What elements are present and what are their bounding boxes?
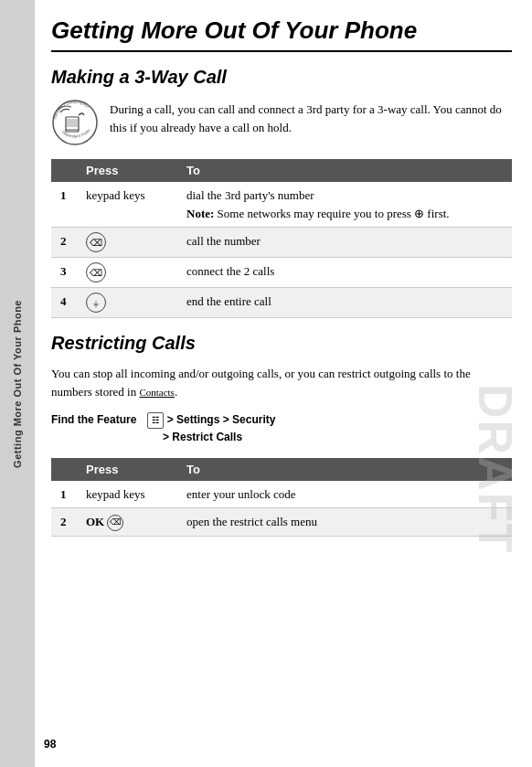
col-header-to: To [177,159,512,182]
col-header-step2 [51,458,77,481]
find-feature-path-line2: > Restrict Calls [147,431,242,443]
table-row: 1 keypad keys enter your unlock code [51,481,512,508]
section2-table: Press To 1 keypad keys enter your unlock… [51,458,512,538]
find-feature-path-line1: > Settings > Security [167,413,276,426]
to-cell: open the restrict calls menu [177,508,512,537]
main-title: Getting More Out Of Your Phone [51,16,512,45]
find-feature-path: ☷ > Settings > Security > Restrict Calls [147,411,275,446]
table-row: 3 ⌫ connect the 2 calls [51,258,512,288]
network-subscription-icon: Network / Subscription Dependent Feature [51,99,99,146]
sidebar: Getting More Out Of Your Phone [0,0,35,767]
step-num: 1 [51,481,77,508]
col-header-step [51,159,77,182]
to-cell: connect the 2 calls [177,258,512,288]
to-cell: call the number [177,228,512,258]
section-restricting-calls: Restricting Calls You can stop all incom… [51,333,512,537]
table-row: 2 ⌫ call the number [51,228,512,258]
press-cell: keypad keys [77,182,177,228]
table-row: 4 ⏚ end the entire call [51,288,512,318]
col-header-press2: Press [77,458,177,481]
step-num: 2 [51,508,77,537]
section2-body: You can stop all incoming and/or outgoin… [51,365,512,400]
step-num: 1 [51,182,77,228]
press-cell: keypad keys [77,481,177,508]
main-content: Getting More Out Of Your Phone Making a … [35,0,532,579]
find-feature-label: Find the Feature [51,411,136,426]
icon-block: Network / Subscription Dependent Feature… [51,99,512,146]
contacts-link: Contacts [139,387,175,398]
table-row: 1 keypad keys dial the 3rd party's numbe… [51,182,512,228]
step-num: 4 [51,288,77,318]
note-text: Note: Some networks may require you to p… [186,207,450,220]
col-header-to2: To [177,458,512,481]
page-number: 98 [35,738,56,751]
section1-table: Press To 1 keypad keys dial the 3rd part… [51,159,512,318]
to-cell: end the entire call [177,288,512,318]
ok-button-icon: ⌫ [107,515,123,531]
step-num: 3 [51,258,77,288]
section1-heading: Making a 3-Way Call [51,67,512,88]
to-text: dial the 3rd party's number [186,188,314,202]
to-cell: dial the 3rd party's number Note: Some n… [177,182,512,228]
send-button-icon-2: ⌫ [86,262,106,282]
end-button-icon: ⏚ [86,293,106,313]
press-cell: ⌫ [77,258,177,288]
to-cell: enter your unlock code [177,481,512,508]
col-header-press: Press [77,159,177,182]
find-feature-block: Find the Feature ☷ > Settings > Security… [51,411,512,446]
step-num: 2 [51,228,77,258]
svg-rect-2 [67,119,78,127]
menu-icon: ☷ [147,412,164,429]
section1-intro: During a call, you can call and connect … [110,99,512,136]
send-button-icon: ⌫ [86,232,106,252]
section-3way-call: Making a 3-Way Call Network / Subscript [51,67,512,318]
section2-heading: Restricting Calls [51,333,512,354]
sidebar-label: Getting More Out Of Your Phone [12,300,23,468]
title-divider [51,50,512,52]
press-cell: OK ⌫ [77,508,177,537]
table-row: 2 OK ⌫ open the restrict calls menu [51,508,512,537]
press-cell: ⌫ [77,228,177,258]
main-title-text: Getting More Out Of Your Phone [51,16,417,44]
press-cell: ⏚ [77,288,177,318]
